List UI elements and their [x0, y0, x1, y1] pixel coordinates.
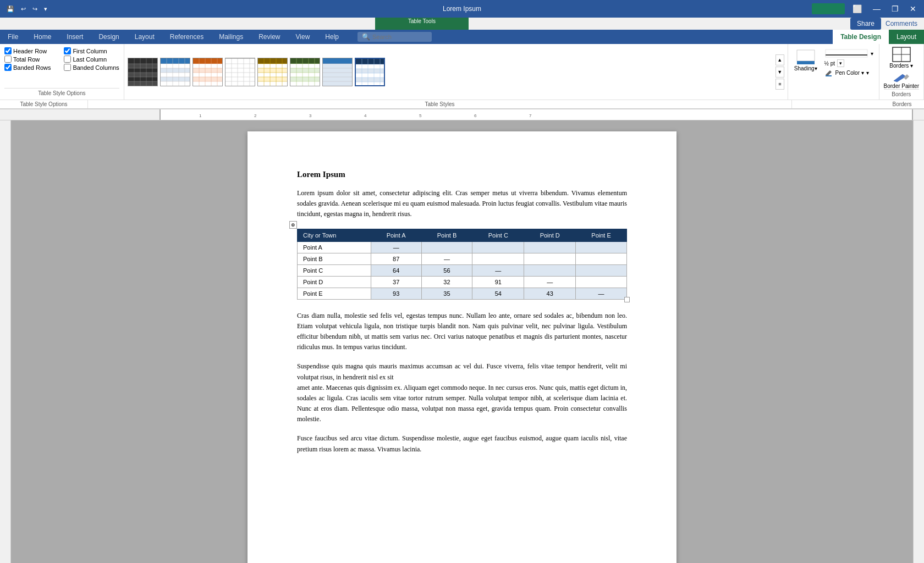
close-btn[interactable]: ✕ [906, 3, 920, 14]
shading-label: Shading ▾ [794, 65, 817, 71]
tab-references[interactable]: References [162, 30, 211, 44]
table-styles-group: ▲ ▼ ≡ [124, 44, 788, 100]
restore-btn[interactable]: ❐ [888, 3, 902, 14]
table-style-6[interactable] [290, 58, 320, 86]
svg-rect-62 [258, 81, 288, 86]
svg-rect-0 [128, 58, 158, 64]
banded-rows-label[interactable]: Banded Rows [4, 64, 59, 71]
svg-rect-76 [290, 77, 320, 81]
customize-quick-btn[interactable]: ▾ [42, 4, 50, 14]
border-painter-label: Border Painter [884, 83, 919, 89]
undo-quick-btn[interactable]: ↩ [19, 4, 28, 14]
tab-view[interactable]: View [288, 30, 318, 44]
table-style-2[interactable] [160, 58, 190, 86]
table-row: Point A — [298, 241, 627, 253]
gallery-more-btn[interactable]: ≡ [776, 79, 784, 90]
search-input[interactable] [372, 34, 427, 40]
svg-rect-88 [323, 64, 353, 68]
tab-mailings[interactable]: Mailings [211, 30, 251, 44]
border-painter-icon [892, 72, 911, 83]
last-column-label[interactable]: Last Column [64, 56, 119, 63]
table-move-handle[interactable]: ⊕ [289, 221, 297, 229]
total-row-label[interactable]: Total Row [4, 56, 59, 63]
gallery-up-btn[interactable]: ▲ [776, 54, 784, 65]
table-style-3[interactable] [193, 58, 223, 86]
line-weight-btn[interactable]: ▾ [837, 59, 844, 67]
save-quick-btn[interactable]: 💾 [4, 4, 16, 14]
context-label-row: Table Tools Share Comments [0, 18, 924, 30]
cell-r4-c5: — [524, 276, 576, 288]
tab-layout-table[interactable]: Layout [889, 30, 924, 44]
banded-columns-label[interactable]: Banded Columns [64, 64, 119, 71]
document-scroll[interactable]: Lorem Ipsum Lorem ipsum dolor sit amet, … [11, 120, 913, 563]
table-style-options-group: Header Row First Column Total Row Last C… [0, 44, 124, 100]
tab-table-design[interactable]: Table Design [833, 30, 889, 44]
svg-rect-75 [290, 73, 320, 77]
cell-r5-c3: 35 [421, 288, 472, 299]
cell-r4-c2: 37 [371, 276, 421, 288]
ribbon-display-btn[interactable]: ⬜ [849, 3, 865, 14]
table-style-1[interactable] [128, 58, 158, 86]
svg-rect-92 [323, 81, 353, 86]
svg-rect-113 [797, 50, 815, 61]
cell-r2-c4 [472, 253, 524, 264]
cell-r5-c2: 93 [371, 288, 421, 299]
data-table: City or Town Point A Point B Point C Poi… [297, 229, 627, 300]
total-row-checkbox[interactable] [4, 56, 12, 63]
share-button[interactable]: Share [850, 18, 881, 30]
paragraph-4: Fusce faucibus sed arcu vitae dictum. Su… [297, 433, 627, 454]
paragraph-1: Lorem ipsum dolor sit amet, consectetur … [297, 188, 627, 220]
tab-home[interactable]: Home [26, 30, 59, 44]
title-bar: 💾 ↩ ↪ ▾ Lorem Ipsum ⬜ — ❐ ✕ [0, 0, 924, 18]
tab-design[interactable]: Design [91, 30, 127, 44]
gallery-down-btn[interactable]: ▼ [776, 67, 784, 78]
search-box[interactable]: 🔍 [358, 32, 432, 42]
tab-review[interactable]: Review [251, 30, 288, 44]
line-weight-row: ½ pt ▾ [824, 59, 873, 67]
first-column-label[interactable]: First Column [64, 47, 119, 54]
svg-rect-45 [226, 58, 255, 86]
cell-r2-c6 [576, 253, 627, 264]
doc-page: Lorem Ipsum Lorem ipsum dolor sit amet, … [248, 131, 676, 563]
shading-btn[interactable]: Shading ▾ [791, 46, 820, 74]
svg-rect-61 [258, 77, 288, 81]
main-area: Lorem Ipsum Lorem ipsum dolor sit amet, … [0, 120, 924, 563]
svg-rect-5 [128, 81, 158, 86]
table-styles-gallery [128, 58, 773, 86]
borders-btn-area: Borders ▾ Border Painter [884, 46, 919, 89]
table-style-8-selected[interactable] [355, 58, 385, 86]
tab-insert[interactable]: Insert [59, 30, 91, 44]
svg-rect-3 [128, 73, 158, 77]
shading-dropdown-icon: ▾ [815, 65, 817, 71]
first-column-checkbox[interactable] [64, 47, 71, 54]
pen-color-dropdown: ▾ [866, 70, 869, 76]
border-line-preview [824, 48, 868, 58]
svg-rect-74 [290, 68, 320, 73]
table-style-options-label: Table Style Options [4, 88, 119, 96]
borders-btn[interactable]: Borders ▾ [889, 46, 913, 69]
border-painter-btn[interactable]: Border Painter [884, 72, 919, 89]
last-column-checkbox[interactable] [64, 56, 71, 63]
banded-rows-checkbox[interactable] [4, 64, 12, 71]
minimize-btn[interactable]: — [870, 3, 884, 14]
table-style-7[interactable] [322, 58, 353, 86]
cell-r3-c2: 64 [371, 264, 421, 276]
comments-button[interactable]: Comments [886, 20, 917, 27]
svg-rect-103 [356, 82, 385, 86]
table-style-5[interactable] [257, 58, 288, 86]
svg-rect-77 [290, 81, 320, 86]
table-style-4[interactable] [225, 58, 255, 86]
redo-quick-btn[interactable]: ↪ [30, 4, 40, 14]
tab-layout-doc[interactable]: Layout [127, 30, 162, 44]
header-row-checkbox[interactable] [4, 47, 12, 54]
table-body: Point A — Point B 87 — [298, 241, 627, 299]
tab-help[interactable]: Help [317, 30, 346, 44]
doc-title: Lorem Ipsum [297, 170, 627, 179]
tab-file[interactable]: File [0, 30, 26, 44]
banded-columns-checkbox[interactable] [64, 64, 71, 71]
table-resize-handle[interactable] [624, 297, 630, 302]
header-row-label[interactable]: Header Row [4, 47, 59, 54]
col-header-a: Point A [371, 229, 421, 241]
cell-r1-c6 [576, 241, 627, 253]
cell-r1-c2: — [371, 241, 421, 253]
